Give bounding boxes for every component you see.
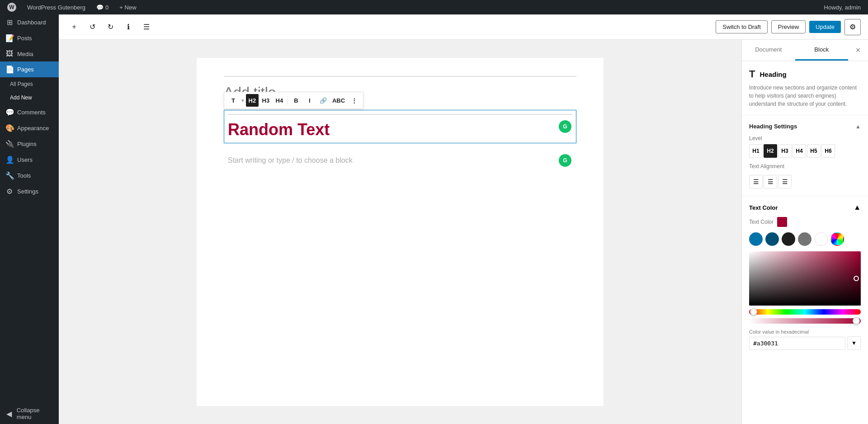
sidebar-item-dashboard[interactable]: ⊞ Dashboard <box>0 14 59 30</box>
preview-button[interactable]: Preview <box>771 20 806 33</box>
plugins-icon: 🔌 <box>5 140 14 148</box>
level-h2-button[interactable]: H2 <box>764 144 777 158</box>
heading-block[interactable]: Random Text G <box>224 110 576 143</box>
level-h6-button[interactable]: H6 <box>821 144 835 158</box>
h4-button[interactable]: H4 <box>273 94 286 107</box>
align-center-icon: ☰ <box>768 178 774 185</box>
current-text-color-row: Text Color <box>749 217 861 227</box>
editor-canvas[interactable]: T ▼ H2 H3 H4 B I 🔗 <box>59 40 741 424</box>
hue-slider-handle[interactable] <box>750 308 757 316</box>
heading-block-icon: T <box>749 68 755 80</box>
text-color-chevron: ▲ <box>854 203 861 212</box>
swatch-white[interactable] <box>814 232 828 246</box>
block-type-button[interactable]: T <box>227 94 240 107</box>
align-left-button[interactable]: ☰ <box>749 175 763 188</box>
hue-slider[interactable] <box>749 309 861 315</box>
sidebar-item-users[interactable]: 👤 Users <box>0 152 59 168</box>
paragraph-block[interactable]: Start writing or type / to choose a bloc… <box>224 152 576 169</box>
grammarly-badge: G <box>559 120 571 133</box>
sidebar-item-add-new[interactable]: Add New <box>0 91 59 104</box>
sidebar-item-all-pages[interactable]: All Pages <box>0 77 59 91</box>
bold-button[interactable]: B <box>290 94 302 107</box>
swatch-black[interactable] <box>782 232 795 246</box>
level-h4-button[interactable]: H4 <box>793 144 806 158</box>
right-panel-header: Document Block × <box>742 40 868 61</box>
text-color-header[interactable]: Text Color ▲ <box>749 203 861 212</box>
info-button[interactable]: ℹ <box>120 19 137 35</box>
admin-wp-logo[interactable]: W <box>5 0 19 14</box>
sidebar-item-pages[interactable]: 📄 Pages <box>0 61 59 77</box>
block-description: Introduce new sections and organize cont… <box>749 84 861 108</box>
update-button[interactable]: Update <box>809 21 841 33</box>
link-icon: 🔗 <box>320 97 327 104</box>
text-color-label: Text Color <box>749 219 774 225</box>
text-color-title: Text Color <box>749 204 778 211</box>
sidebar-item-media[interactable]: 🖼 Media <box>0 46 59 61</box>
heading-settings-section: Heading Settings ▲ Level H1 H2 H3 H4 H5 … <box>742 116 868 196</box>
right-panel-close-button[interactable]: × <box>850 42 866 58</box>
content-area: T ▼ H2 H3 H4 B I 🔗 <box>59 40 868 424</box>
media-icon: 🖼 <box>5 50 14 58</box>
level-buttons: H1 H2 H3 H4 H5 H6 <box>749 144 861 158</box>
editor-toolbar: ＋ ↺ ↻ ℹ ☰ Switch to Draft Preview Update… <box>59 14 868 40</box>
swatch-blue[interactable] <box>749 232 763 246</box>
level-label: Level <box>749 135 861 141</box>
app-layout: ⊞ Dashboard 📝 Posts 🖼 Media 📄 Pages All … <box>0 14 868 424</box>
h2-button[interactable]: H2 <box>246 94 259 107</box>
align-right-button[interactable]: ☰ <box>778 175 792 188</box>
more-options-button[interactable]: ⋮ <box>348 94 360 107</box>
h3-button[interactable]: H3 <box>259 94 272 107</box>
hex-dropdown-button[interactable]: ▼ <box>847 336 861 350</box>
sidebar-item-settings[interactable]: ⚙ Settings <box>0 184 59 199</box>
sidebar-item-comments[interactable]: 💬 Comments <box>0 104 59 120</box>
opacity-slider-handle[interactable] <box>853 317 860 325</box>
redo-button[interactable]: ↻ <box>102 19 118 35</box>
sidebar-item-tools[interactable]: 🔧 Tools <box>0 168 59 184</box>
dashboard-icon: ⊞ <box>5 18 14 27</box>
admin-user-greeting[interactable]: Howdy, admin <box>821 0 863 14</box>
heading-settings-header[interactable]: Heading Settings ▲ <box>749 123 861 130</box>
users-icon: 👤 <box>5 155 14 164</box>
add-block-button[interactable]: ＋ <box>66 19 82 35</box>
level-h3-button[interactable]: H3 <box>778 144 792 158</box>
strikethrough-button[interactable]: ABC <box>330 94 347 107</box>
sidebar-item-posts[interactable]: 📝 Posts <box>0 30 59 46</box>
editor-page: T ▼ H2 H3 H4 B I 🔗 <box>197 58 604 406</box>
hex-input[interactable] <box>749 337 845 350</box>
align-center-button[interactable]: ☰ <box>764 175 777 188</box>
level-h5-button[interactable]: H5 <box>807 144 821 158</box>
tab-document[interactable]: Document <box>742 40 795 61</box>
block-name-label: Heading <box>760 71 786 78</box>
italic-button[interactable]: I <box>303 94 316 107</box>
align-right-icon: ☰ <box>782 178 788 185</box>
admin-comments[interactable]: 💬 0 <box>94 0 111 14</box>
toolbar-right: Switch to Draft Preview Update ⚙ <box>716 19 861 35</box>
color-picker-gradient[interactable] <box>749 251 861 306</box>
tab-block[interactable]: Block <box>795 40 849 61</box>
admin-new[interactable]: + New <box>117 0 139 14</box>
pages-icon: 📄 <box>5 65 14 74</box>
link-button[interactable]: 🔗 <box>317 94 330 107</box>
opacity-slider[interactable] <box>749 318 861 324</box>
sidebar-item-appearance[interactable]: 🎨 Appearance <box>0 120 59 136</box>
sidebar-item-collapse[interactable]: ◀ Collapse menu <box>0 403 59 424</box>
swatch-custom[interactable] <box>830 232 844 246</box>
list-view-button[interactable]: ☰ <box>138 19 155 35</box>
admin-site-name[interactable]: WordPress Gutenberg <box>24 0 88 14</box>
sidebar-item-plugins[interactable]: 🔌 Plugins <box>0 136 59 152</box>
swatch-gray[interactable] <box>798 232 811 246</box>
heading-block-wrapper: T ▼ H2 H3 H4 B I 🔗 <box>224 110 576 143</box>
settings-gear-button[interactable]: ⚙ <box>844 19 861 35</box>
heading-text[interactable]: Random Text <box>228 114 572 139</box>
hex-input-row: ▼ <box>749 336 861 350</box>
posts-icon: 📝 <box>5 34 14 42</box>
align-left-icon: ☰ <box>753 178 759 185</box>
switch-to-draft-button[interactable]: Switch to Draft <box>716 20 768 33</box>
wp-logo-icon: W <box>7 3 16 12</box>
settings-icon: ⚙ <box>5 187 14 196</box>
block-info-header: T Heading <box>749 68 861 80</box>
level-h1-button[interactable]: H1 <box>749 144 763 158</box>
swatch-dark-blue[interactable] <box>765 232 779 246</box>
undo-button[interactable]: ↺ <box>84 19 100 35</box>
gradient-handle[interactable] <box>854 276 859 281</box>
